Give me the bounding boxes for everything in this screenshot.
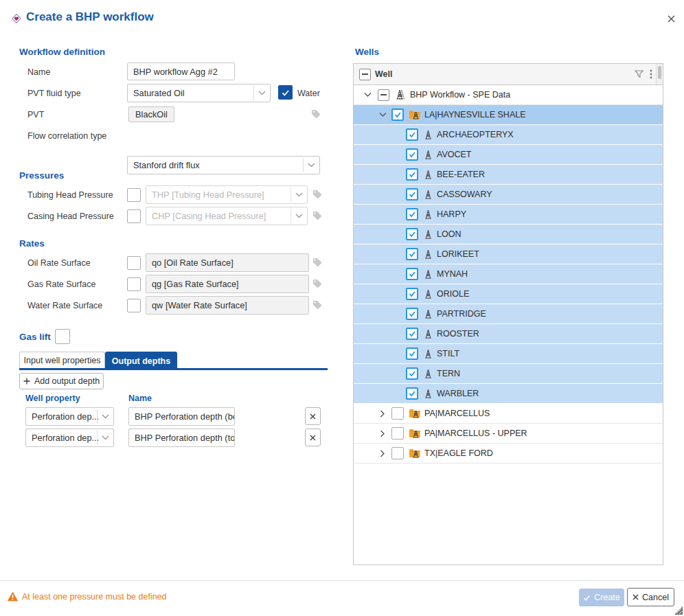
tree-root-row[interactable]: BHP Workflow - SPE Data xyxy=(354,85,663,105)
kebab-menu-icon[interactable] xyxy=(650,69,652,79)
rate-field[interactable]: qo [Oil Rate Surface] xyxy=(146,253,309,272)
pvt-chip[interactable]: BlackOil xyxy=(128,106,174,122)
scrollbar-thumb[interactable] xyxy=(658,66,661,79)
tree-well-row[interactable]: PARTRIDGE xyxy=(354,304,663,324)
tree-well-row[interactable]: WARBLER xyxy=(354,384,663,404)
pressure-select[interactable]: CHP [Casing Head Pressure] xyxy=(146,207,308,225)
tree-group-row-collapsed[interactable]: PA|MARCELLUS xyxy=(354,404,663,424)
section-wells: Wells xyxy=(355,47,379,57)
chevron-down-icon[interactable] xyxy=(378,112,387,117)
group-checkbox[interactable] xyxy=(391,109,404,121)
tag-icon[interactable] xyxy=(312,257,323,268)
tree-well-row[interactable]: ORIOLE xyxy=(354,284,663,304)
flow-correlation-select[interactable]: Stanford drift flux xyxy=(127,156,320,174)
rate-checkbox[interactable] xyxy=(127,299,141,312)
section-rates: Rates xyxy=(19,238,45,249)
resize-grip[interactable] xyxy=(674,606,683,615)
name-input[interactable]: BHP workflow Agg #2 xyxy=(127,62,235,80)
tree-well-row[interactable]: LOON xyxy=(354,225,663,244)
tag-icon[interactable] xyxy=(310,109,321,119)
well-checkbox[interactable] xyxy=(406,228,418,240)
group-checkbox[interactable] xyxy=(391,447,404,459)
well-name: ARCHAEOPTERYX xyxy=(437,130,514,139)
tree-well-row[interactable]: ARCHAEOPTERYX xyxy=(354,125,663,145)
chevron-right-icon[interactable] xyxy=(378,410,387,418)
tree-well-row[interactable]: CASSOWARY xyxy=(354,185,663,205)
chevron-down-icon[interactable] xyxy=(290,209,307,223)
tree-well-row[interactable]: LORIKEET xyxy=(354,244,663,264)
well-checkbox[interactable] xyxy=(406,328,418,340)
well-checkbox[interactable] xyxy=(406,188,418,201)
tree-well-row[interactable]: BEE-EATER xyxy=(354,165,663,185)
folder-derrick-icon xyxy=(409,429,421,438)
well-property-select[interactable]: Perforation dep... xyxy=(25,429,114,447)
output-name-input[interactable]: BHP Perforation depth (bot xyxy=(128,407,235,426)
group-checkbox[interactable] xyxy=(391,427,404,440)
well-name: TERN xyxy=(437,369,460,378)
tree-well-row[interactable]: AVOCET xyxy=(354,145,663,165)
tree-well-row[interactable]: ROOSTER xyxy=(354,324,663,344)
well-checkbox[interactable] xyxy=(406,347,418,360)
tab-input-well-properties[interactable]: Input well properties xyxy=(19,352,105,369)
tree-group-row-collapsed[interactable]: TX|EAGLE FORD xyxy=(354,444,663,464)
rate-row: Water Rate Surface qw [Water Rate Surfac… xyxy=(19,296,328,315)
tree-group-row-expanded[interactable]: LA|HAYNESVILLE SHALE xyxy=(354,105,663,125)
water-checkbox[interactable] xyxy=(278,85,293,100)
well-checkbox[interactable] xyxy=(406,148,418,161)
rate-field[interactable]: qg [Gas Rate Surface] xyxy=(146,275,309,293)
select-all-checkbox[interactable] xyxy=(359,69,371,80)
well-checkbox[interactable] xyxy=(406,288,418,300)
output-name-input[interactable]: BHP Perforation depth (top xyxy=(128,429,235,447)
well-checkbox[interactable] xyxy=(406,168,418,181)
tag-icon[interactable] xyxy=(312,278,323,289)
rate-field[interactable]: qw [Water Rate Surface] xyxy=(146,296,309,315)
tag-icon[interactable] xyxy=(312,299,323,310)
tree-well-row[interactable]: STILT xyxy=(354,344,663,364)
well-checkbox[interactable] xyxy=(406,387,418,400)
section-pressures: Pressures xyxy=(19,170,64,181)
filter-funnel-icon[interactable] xyxy=(634,69,644,79)
tree-well-row[interactable]: TERN xyxy=(354,364,663,384)
rate-checkbox[interactable] xyxy=(127,277,141,291)
chevron-down-icon[interactable] xyxy=(97,431,113,445)
tree-well-row[interactable]: MYNAH xyxy=(354,264,663,284)
remove-output-depth-button[interactable] xyxy=(305,429,321,446)
rate-checkbox[interactable] xyxy=(127,256,141,270)
group-checkbox[interactable] xyxy=(391,407,404,420)
check-icon xyxy=(583,595,591,601)
cancel-button[interactable]: Cancel xyxy=(627,588,674,606)
well-property-select[interactable]: Perforation dep... xyxy=(25,407,114,426)
well-checkbox[interactable] xyxy=(406,367,418,380)
tree-well-row[interactable]: HARPY xyxy=(354,205,663,225)
tag-icon[interactable] xyxy=(312,210,323,221)
chevron-right-icon[interactable] xyxy=(378,430,387,437)
pressure-checkbox[interactable] xyxy=(127,188,141,202)
tag-icon[interactable] xyxy=(312,189,323,200)
gas-lift-checkbox[interactable] xyxy=(55,329,70,344)
remove-output-depth-button[interactable] xyxy=(305,407,321,425)
create-button[interactable]: Create xyxy=(579,589,624,606)
well-checkbox[interactable] xyxy=(406,308,418,320)
pressure-select[interactable]: THP [Tubing Head Pressure] xyxy=(146,185,308,204)
well-checkbox[interactable] xyxy=(406,208,418,220)
pvt-fluid-type-select[interactable]: Saturated Oil xyxy=(127,84,271,102)
chevron-down-icon[interactable] xyxy=(97,409,113,424)
chevron-down-icon[interactable] xyxy=(363,92,372,98)
warning-triangle-icon xyxy=(7,591,19,602)
chevron-right-icon[interactable] xyxy=(378,450,387,457)
scrollbar-track[interactable] xyxy=(656,64,663,84)
pressure-checkbox[interactable] xyxy=(127,209,141,223)
tab-output-depths[interactable]: Output depths xyxy=(105,352,177,370)
group-label: PA|MARCELLUS xyxy=(424,409,490,418)
chevron-down-icon[interactable] xyxy=(290,187,307,202)
chevron-down-icon[interactable] xyxy=(303,158,319,172)
close-icon[interactable] xyxy=(663,11,679,26)
well-checkbox[interactable] xyxy=(406,128,418,141)
add-output-depth-button[interactable]: Add output depth xyxy=(19,373,104,389)
well-checkbox[interactable] xyxy=(406,268,418,280)
derrick-icon xyxy=(423,389,433,399)
tree-group-row-collapsed[interactable]: PA|MARCELLUS - UPPER xyxy=(354,424,663,444)
chevron-down-icon[interactable] xyxy=(253,86,270,100)
well-checkbox[interactable] xyxy=(406,248,418,260)
root-checkbox[interactable] xyxy=(378,89,389,101)
